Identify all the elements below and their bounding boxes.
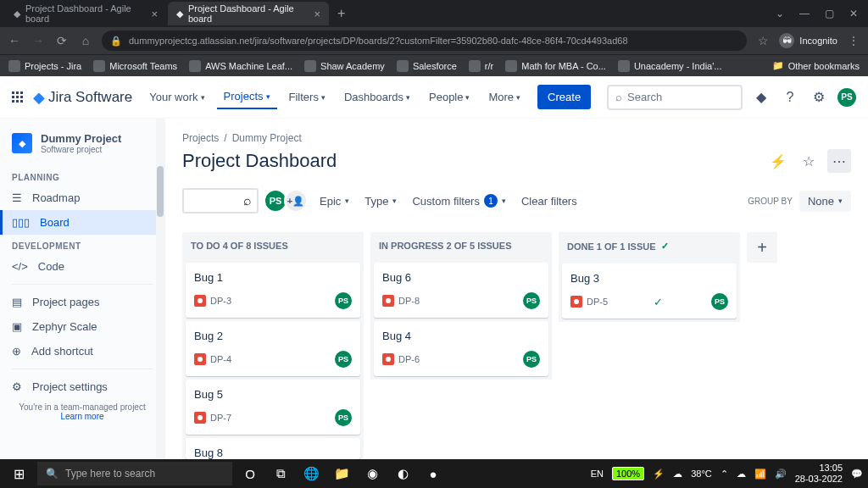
create-button[interactable]: Create <box>537 85 591 109</box>
nav-dashboards[interactable]: Dashboards▾ <box>337 85 417 109</box>
bookmark-item[interactable]: Unacademy - India'... <box>618 60 722 72</box>
assignee-avatar[interactable]: PS <box>335 351 352 368</box>
home-icon[interactable]: ⌂ <box>78 34 93 47</box>
star-icon[interactable]: ☆ <box>755 34 771 47</box>
explorer-icon[interactable]: 📁 <box>329 462 354 485</box>
assignee-avatar[interactable]: PS <box>335 409 352 426</box>
board-search-input[interactable]: ⌕ <box>182 188 259 214</box>
nav-projects[interactable]: Projects▾ <box>217 85 277 109</box>
volume-icon[interactable]: 🔊 <box>775 469 787 480</box>
learn-more-link[interactable]: Learn more <box>60 412 103 421</box>
forward-icon[interactable]: → <box>31 34 46 47</box>
reload-icon[interactable]: ⟳ <box>54 34 70 47</box>
bookmark-item[interactable]: Shaw Academy <box>304 60 385 72</box>
breadcrumb-item[interactable]: Projects <box>182 132 219 144</box>
nav-people[interactable]: People▾ <box>422 85 476 109</box>
nav-your-work[interactable]: Your work▾ <box>142 85 211 109</box>
wifi-icon[interactable]: 📶 <box>754 469 766 480</box>
app-switcher-icon[interactable] <box>12 92 23 103</box>
more-icon[interactable]: ⋯ <box>827 149 851 173</box>
bookmark-item[interactable]: AWS Machine Leaf... <box>189 60 292 72</box>
column-body[interactable]: Bug 1 DP-3PS Bug 2 DP-4PS Bug 5 DP-7PS B… <box>182 259 364 463</box>
new-tab-button[interactable]: + <box>331 6 352 21</box>
notifications-icon[interactable]: ◆ <box>751 87 771 108</box>
type-filter[interactable]: Type▾ <box>361 195 400 208</box>
add-column-button[interactable]: + <box>747 232 777 263</box>
task-view-icon[interactable]: ⧉ <box>268 462 293 485</box>
bookmark-item[interactable]: Salesforce <box>397 60 457 72</box>
profile-avatar[interactable]: PS <box>837 88 856 107</box>
nav-filters[interactable]: Filters▾ <box>282 85 332 109</box>
column-body[interactable]: Bug 3 DP-5✓PS <box>559 260 740 322</box>
weather-icon[interactable]: ☁ <box>673 469 682 480</box>
settings-icon[interactable]: ⚙ <box>809 87 829 108</box>
jira-logo[interactable]: ◆ Jira Software <box>33 88 132 107</box>
bookmark-item[interactable]: Projects - Jira <box>8 60 81 72</box>
column-header[interactable]: IN PROGRESS 2 OF 5 ISSUES <box>370 232 552 259</box>
sidebar-scrollbar[interactable] <box>156 119 164 488</box>
add-assignee-button[interactable]: +👤 <box>284 189 308 213</box>
language-indicator[interactable]: EN <box>591 469 604 479</box>
menu-icon[interactable]: ⋮ <box>846 34 861 47</box>
notification-icon[interactable]: 💬 <box>851 469 863 480</box>
back-icon[interactable]: ← <box>7 34 22 47</box>
sidebar-item-project-pages[interactable]: ▤Project pages <box>0 290 164 314</box>
sidebar-item-roadmap[interactable]: ☰Roadmap <box>0 186 164 210</box>
sidebar-item-zephyr[interactable]: ▣Zephyr Scale <box>0 314 164 339</box>
clear-filters-button[interactable]: Clear filters <box>518 195 581 208</box>
close-icon[interactable]: × <box>314 8 320 20</box>
assignee-avatar[interactable]: PS <box>711 293 728 310</box>
chevron-down-icon[interactable]: ⌄ <box>776 8 784 19</box>
browser-tab-active[interactable]: ◆ Project Dashboard - Agile board × <box>168 2 329 25</box>
assignee-avatar[interactable]: PS <box>335 292 352 309</box>
cortana-icon[interactable]: O <box>237 462 263 485</box>
incognito-indicator[interactable]: 🕶 Incognito <box>779 33 837 48</box>
column-header[interactable]: DONE 1 OF 1 ISSUE✓ <box>559 232 740 260</box>
issue-card[interactable]: Bug 8 <box>186 438 360 459</box>
nav-more[interactable]: More▾ <box>481 85 527 109</box>
sidebar-item-board[interactable]: ▯▯▯Board <box>0 210 164 235</box>
minimize-icon[interactable]: — <box>799 8 810 19</box>
close-icon[interactable]: × <box>151 8 158 20</box>
breadcrumb-item[interactable]: Dummy Project <box>232 132 302 144</box>
help-icon[interactable]: ? <box>780 87 800 108</box>
bookmark-item[interactable]: Microsoft Teams <box>93 60 177 72</box>
sidebar-item-add-shortcut[interactable]: ⊕Add shortcut <box>0 339 164 363</box>
group-by-select[interactable]: None▾ <box>799 191 851 212</box>
assignee-avatar[interactable]: PS <box>523 292 540 309</box>
edge-icon[interactable]: 🌐 <box>298 462 324 485</box>
url-input[interactable]: 🔒 dummyprojectcg.atlassian.net/jira/soft… <box>102 30 747 51</box>
temperature[interactable]: 38°C <box>691 469 712 479</box>
issue-card[interactable]: Bug 1 DP-3PS <box>186 263 360 318</box>
onedrive-icon[interactable]: ☁ <box>737 469 746 480</box>
issue-card[interactable]: Bug 3 DP-5✓PS <box>562 263 737 319</box>
browser-tab[interactable]: ◆ Project Dashboard - Agile board × <box>5 2 166 25</box>
sidebar-item-code[interactable]: </>Code <box>0 254 164 279</box>
app-icon[interactable]: ● <box>420 462 446 485</box>
issue-card[interactable]: Bug 2 DP-4PS <box>186 321 360 376</box>
epic-filter[interactable]: Epic▾ <box>316 195 353 208</box>
assignee-avatar[interactable]: PS <box>523 351 540 368</box>
battery-indicator[interactable]: 100% <box>612 467 644 480</box>
app-icon[interactable]: ◐ <box>390 462 415 485</box>
star-icon[interactable]: ☆ <box>797 149 821 173</box>
sidebar-item-project-settings[interactable]: ⚙Project settings <box>0 374 164 399</box>
custom-filter[interactable]: Custom filters1▾ <box>409 194 509 208</box>
issue-card[interactable]: Bug 5 DP-7PS <box>186 380 360 435</box>
chrome-icon[interactable]: ◉ <box>359 462 385 485</box>
maximize-icon[interactable]: ▢ <box>825 8 834 19</box>
issue-card[interactable]: Bug 4 DP-6PS <box>374 321 548 376</box>
column-header[interactable]: TO DO 4 OF 8 ISSUES <box>182 232 364 259</box>
global-search-input[interactable]: ⌕ Search <box>607 85 743 110</box>
clock[interactable]: 13:05 28-03-2022 <box>795 463 843 485</box>
project-header[interactable]: ◆ Dummy Project Software project <box>0 132 164 166</box>
bookmark-item[interactable]: Math for MBA - Co... <box>505 60 606 72</box>
issue-card[interactable]: Bug 6 DP-8PS <box>374 263 548 318</box>
taskbar-search[interactable]: 🔍Type here to search <box>37 462 232 485</box>
tray-chevron-icon[interactable]: ⌃ <box>721 469 728 480</box>
close-icon[interactable]: ✕ <box>849 8 858 19</box>
start-button[interactable]: ⊞ <box>5 462 32 485</box>
column-body[interactable]: Bug 6 DP-8PS Bug 4 DP-6PS <box>370 259 552 380</box>
bookmark-other[interactable]: 📁Other bookmarks <box>772 60 860 71</box>
bookmark-item[interactable]: r/r <box>469 60 493 72</box>
